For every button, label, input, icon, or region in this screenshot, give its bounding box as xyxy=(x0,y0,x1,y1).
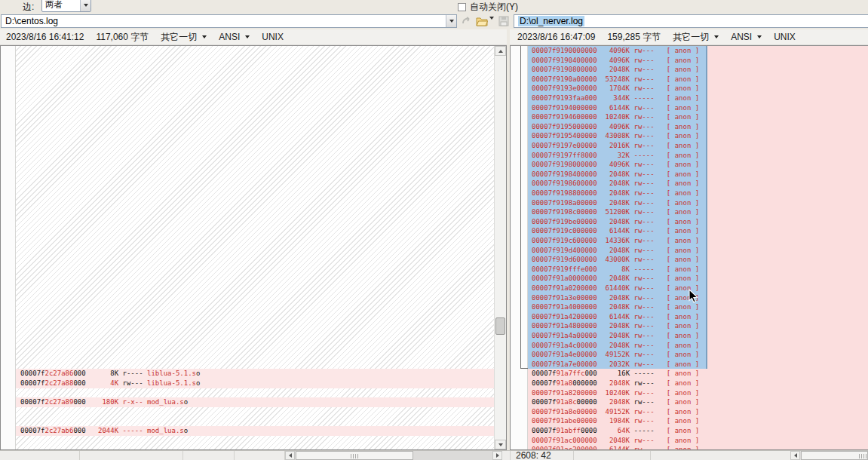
left-filter-dropdown[interactable]: 其它一切 xyxy=(161,31,207,44)
right-eol-label: UNIX xyxy=(774,32,796,42)
left-file-size: 117,060 字节 xyxy=(96,31,149,44)
left-horizontal-scrollbar[interactable] xyxy=(285,451,502,460)
diff-row-selected: 00007f91a4c00000 2048K rw--- [ anon ] xyxy=(528,341,707,351)
scroll-left-button[interactable] xyxy=(790,451,800,460)
right-path-combobox[interactable]: D:\ol_nerver.log xyxy=(514,14,868,28)
diff-row-selected: 00007f919d400000 2048K rw--- [ anon ] xyxy=(528,246,707,256)
cursor-position-status: 2608: 42 xyxy=(516,451,551,460)
diff-row: 00007f91a8200000 10240K rw--- [ anon ] xyxy=(528,388,707,398)
file-compare-window: 边: 两者 自动关闭(Y) D:\centos.log xyxy=(0,0,868,460)
arrow-up-icon xyxy=(498,50,503,53)
diff-row: 00007f2c27a89000 180K r-x-- mod_lua.so xyxy=(16,397,494,407)
diff-row-selected: 00007f9194600000 10240K rw--- [ anon ] xyxy=(528,112,707,122)
current-diff-bracket xyxy=(520,46,521,369)
save-button[interactable] xyxy=(497,15,510,27)
arrow-left-icon xyxy=(794,453,797,458)
autoclose-label: 自动关闭(Y) xyxy=(470,1,518,14)
left-file-infobar: 2023/8/16 16:41:12 117,060 字节 其它一切 ANSI … xyxy=(0,29,507,45)
diff-row-selected: 00007f9197e00000 2016K rw--- [ anon ] xyxy=(528,141,707,151)
scroll-up-button[interactable] xyxy=(495,46,506,56)
diff-row: 00007f91a8000000 2048K rw--- [ anon ] xyxy=(528,379,707,388)
diff-row-selected: 00007f91a4000000 2048K rw--- [ anon ] xyxy=(528,302,707,312)
diff-row: 00007f91abff0000 64K ----- [ anon ] xyxy=(528,426,707,436)
diff-row-selected: 00007f91a4800000 2048K rw--- [ anon ] xyxy=(528,321,707,331)
status-divider xyxy=(650,451,651,460)
scroll-right-button[interactable] xyxy=(492,451,502,460)
side-select-arrow[interactable] xyxy=(80,0,90,11)
diff-row-selected: 00007f9198800000 2048K rw--- [ anon ] xyxy=(528,189,707,198)
chevron-down-icon xyxy=(714,35,719,38)
diff-row: 00007f91a8c00000 2048K rw--- [ anon ] xyxy=(528,397,707,407)
diff-row-selected: 00007f919d600000 43000K rw--- [ anon ] xyxy=(528,255,707,265)
diff-row: 00007f2c27a88000 4K rw--- liblua-5.1.so xyxy=(16,379,494,388)
chevron-down-icon xyxy=(84,4,88,7)
chevron-down-icon xyxy=(245,35,250,38)
diff-row-selected: 00007f9198600000 2048K rw--- [ anon ] xyxy=(528,179,707,189)
right-editor-content[interactable]: 00007f9190000000 4096K rw--- [ anon ]000… xyxy=(528,46,868,449)
diff-row-selected: 00007f9190a00000 53248K rw--- [ anon ] xyxy=(528,75,707,84)
diff-row: 00007f91ac000000 2048K rw--- [ anon ] xyxy=(528,436,707,446)
thumb-grip xyxy=(351,454,359,458)
diff-row-selected: 00007f91a4200000 6144K rw--- [ anon ] xyxy=(528,312,707,322)
diff-row-selected: 00007f91a7e00000 2032K rw--- [ anon ] xyxy=(528,360,707,370)
left-encoding-dropdown[interactable]: ANSI xyxy=(219,32,250,42)
diff-row-selected: 00007f9198000000 4096K rw--- [ anon ] xyxy=(528,160,707,170)
diff-row-selected: 00007f9190400000 4096K rw--- [ anon ] xyxy=(528,56,707,66)
diff-row: 00007f2c27a86000 8K r---- liblua-5.1.so xyxy=(16,369,494,379)
horizontal-scroll-thumb[interactable] xyxy=(296,451,413,460)
side-select-value: 两者 xyxy=(42,0,80,11)
swap-button[interactable] xyxy=(460,15,473,27)
diff-row-selected: 00007f9193e00000 1704K rw--- [ anon ] xyxy=(528,84,707,94)
diff-row-selected: 00007f9197ff8000 32K ----- [ anon ] xyxy=(528,151,707,161)
left-path-dropdown[interactable] xyxy=(446,15,456,27)
status-divider xyxy=(234,451,235,460)
right-file-size: 159,285 字节 xyxy=(607,31,661,44)
left-editor-content[interactable]: 00007f2c27a86000 8K r---- liblua-5.1.so0… xyxy=(16,46,494,449)
status-divider xyxy=(510,451,511,460)
right-filter-dropdown[interactable]: 其它一切 xyxy=(673,31,719,44)
left-path-value: D:\centos.log xyxy=(2,16,446,26)
right-editor-pane[interactable]: 00007f9190000000 4096K rw--- [ anon ]000… xyxy=(510,45,868,450)
thumb-grip xyxy=(859,454,867,458)
diff-row-selected: 00007f9193faa000 344K ----- [ anon ] xyxy=(528,94,707,103)
left-editor-pane[interactable]: 00007f2c27a86000 8K r---- liblua-5.1.so0… xyxy=(0,45,507,450)
left-editor-gutter xyxy=(1,46,16,449)
diff-row-selected: 00007f919c000000 6144K rw--- [ anon ] xyxy=(528,226,707,236)
swap-icon xyxy=(461,16,472,26)
status-divider xyxy=(182,451,183,460)
diff-row-selected: 00007f919fffe000 8K ----- [ anon ] xyxy=(528,265,707,274)
right-file-timestamp: 2023/8/16 16:47:09 xyxy=(517,32,595,42)
side-label: 边: xyxy=(23,1,34,14)
right-encoding-dropdown[interactable]: ANSI xyxy=(731,32,762,42)
left-path-combobox[interactable]: D:\centos.log xyxy=(1,14,457,28)
side-select[interactable]: 两者 xyxy=(41,0,91,12)
autoclose-option[interactable]: 自动关闭(Y) xyxy=(458,1,518,14)
diff-row-selected: 00007f91a4e00000 49152K rw--- [ anon ] xyxy=(528,350,707,360)
diff-row: 00007f2c27ab6000 2044K ----- mod_lua.so xyxy=(16,426,494,436)
diff-row-selected: 00007f9194000000 6144K rw--- [ anon ] xyxy=(528,103,707,113)
arrow-right-icon xyxy=(496,453,499,458)
diff-row: 00007f91a7ffc000 16K ----- [ anon ] xyxy=(528,369,707,379)
diff-row-selected: 00007f919c600000 14336K rw--- [ anon ] xyxy=(528,236,707,246)
left-vertical-scrollbar[interactable] xyxy=(494,46,506,449)
chevron-down-icon xyxy=(202,35,207,38)
diff-row-selected: 00007f9190000000 4096K rw--- [ anon ] xyxy=(528,46,707,56)
scroll-left-button[interactable] xyxy=(285,451,295,460)
diff-row-selected: 00007f91a0000000 2048K rw--- [ anon ] xyxy=(528,274,707,284)
horizontal-scroll-thumb[interactable] xyxy=(801,451,868,460)
diff-row: 00007f91a8e00000 49152K rw--- [ anon ] xyxy=(528,407,707,417)
right-horizontal-scrollbar[interactable] xyxy=(790,451,868,460)
autoclose-checkbox[interactable] xyxy=(458,3,466,11)
path-row: D:\centos.log D:\ol_nerver.log xyxy=(0,13,868,29)
right-path-value: D:\ol_nerver.log xyxy=(514,16,868,26)
diff-row-selected: 00007f9195000000 4096K rw--- [ anon ] xyxy=(528,122,707,132)
top-toolbar: 边: 两者 自动关闭(Y) xyxy=(0,0,868,13)
right-path-highlight: D:\ol_nerver.log xyxy=(518,16,584,26)
vertical-scroll-thumb[interactable] xyxy=(495,317,505,335)
open-file-button[interactable] xyxy=(475,15,488,27)
diff-row-selected: 00007f91a3e00000 2048K rw--- [ anon ] xyxy=(528,293,707,303)
diff-row-selected: 00007f9198400000 2048K rw--- [ anon ] xyxy=(528,170,707,179)
diff-row-selected: 00007f91a0200000 61440K rw--- [ anon ] xyxy=(528,284,707,293)
scroll-down-button[interactable] xyxy=(495,440,506,449)
diff-row: 00007f91ac200000 6144K rw--- [ anon ] xyxy=(528,445,707,449)
